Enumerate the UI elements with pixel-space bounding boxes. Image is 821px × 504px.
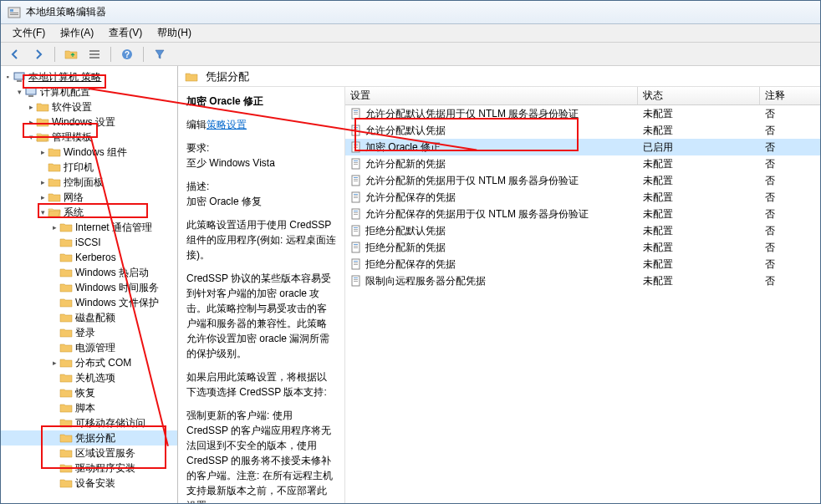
tree-cred-delegation[interactable]: ▸ 凭据分配 <box>1 430 177 445</box>
tree-recovery[interactable]: ▸ 恢复 <box>1 385 177 400</box>
tree-scripts[interactable]: ▸ 脚本 <box>1 400 177 415</box>
expander-icon[interactable]: ▸ <box>38 177 48 187</box>
tree-label: 设备安装 <box>75 476 115 491</box>
tree-disk-quota[interactable]: ▸ 磁盘配额 <box>1 310 177 325</box>
list-row[interactable]: 允许分配保存的凭据 未配置 否 <box>345 189 821 206</box>
menu-help[interactable]: 帮助(H) <box>150 24 198 42</box>
list-row[interactable]: 允许分配默认凭据 未配置 否 <box>345 122 821 139</box>
expander-icon[interactable]: ▾ <box>38 207 48 217</box>
tree-win-hotstart[interactable]: ▸ Windows 热启动 <box>1 265 177 280</box>
back-icon <box>9 48 21 60</box>
tree-control-panel[interactable]: ▸控制面板 <box>1 175 177 190</box>
tree-regional-settings[interactable]: ▸ 区域设置服务 <box>1 445 177 461</box>
cell-setting: 加密 Oracle 修正 <box>345 140 638 155</box>
list-row[interactable]: 允许分配保存的凭据用于仅 NTLM 服务器身份验证 未配置 否 <box>345 206 821 222</box>
tree-network[interactable]: ▸网络 <box>1 190 177 205</box>
tree-dcom[interactable]: ▸ 分布式 COM <box>1 355 177 370</box>
tree-internet-comm[interactable]: ▸ Internet 通信管理 <box>1 220 177 235</box>
folder-icon <box>59 311 73 324</box>
tree-printers[interactable]: ▸打印机 <box>1 160 177 175</box>
svg-rect-18 <box>354 127 358 128</box>
tree-admin-templates[interactable]: ▾管理模板 <box>1 130 177 145</box>
svg-rect-26 <box>354 160 358 161</box>
svg-rect-50 <box>354 261 358 262</box>
back-button[interactable] <box>6 45 24 64</box>
col-header-status[interactable]: 状态 <box>638 87 760 104</box>
toolbar-sep-2 <box>110 47 111 62</box>
expander-icon[interactable]: ▸ <box>38 147 48 157</box>
window-title: 本地组策略编辑器 <box>26 5 106 19</box>
tree-power-mgmt[interactable]: ▸ 电源管理 <box>1 340 177 355</box>
menu-view[interactable]: 查看(V) <box>102 24 149 42</box>
tree-software-settings[interactable]: ▸软件设置 <box>1 99 177 115</box>
tree-pane[interactable]: ▪ 本地计算机 策略 ▾ 计算机配置 ▸软件设置 ▸Windows 设置 <box>1 66 178 504</box>
tree-label: Windows 热启动 <box>75 266 149 280</box>
help-button[interactable]: ? <box>118 45 136 64</box>
expander-icon[interactable]: ▸ <box>26 117 36 127</box>
tree-removable-storage[interactable]: ▸ 可移动存储访问 <box>1 415 177 430</box>
forward-button[interactable] <box>29 45 48 64</box>
tree-shutdown-opts[interactable]: ▸ 关机选项 <box>1 370 177 385</box>
svg-rect-54 <box>354 277 358 278</box>
description-p3: 如果启用此策略设置，将根据以下选项选择 CredSSP 版本支持: <box>186 369 336 400</box>
expander-icon[interactable]: ▾ <box>14 87 24 97</box>
svg-rect-44 <box>354 231 358 232</box>
list-row[interactable]: 拒绝分配保存的凭据 未配置 否 <box>345 256 821 272</box>
list-row[interactable]: 允许分配默认凭据用于仅 NTLM 服务器身份验证 未配置 否 <box>345 105 821 122</box>
expander-icon[interactable]: ▸ <box>38 192 48 202</box>
computer-icon <box>24 85 38 99</box>
folder-icon <box>59 386 73 400</box>
policy-icon <box>350 141 362 153</box>
cell-setting: 拒绝分配默认凭据 <box>345 224 638 238</box>
col-header-setting[interactable]: 设置 <box>345 87 638 104</box>
svg-rect-47 <box>354 246 358 247</box>
tree-windows-settings[interactable]: ▸Windows 设置 <box>1 115 177 130</box>
tree-driver-install[interactable]: ▸ 驱动程序安装 <box>1 461 177 476</box>
tree-label: 管理模板 <box>52 130 92 145</box>
expander-icon[interactable]: ▸ <box>49 358 59 368</box>
col-header-comment[interactable]: 注释 <box>760 87 821 104</box>
tree-logon[interactable]: ▸ 登录 <box>1 325 177 340</box>
expander-icon[interactable]: ▸ <box>49 222 59 232</box>
tree-kerberos[interactable]: ▸ Kerberos <box>1 250 177 265</box>
column-header[interactable]: 设置 状态 注释 <box>345 87 821 105</box>
tree-win-fileprot[interactable]: ▸ Windows 文件保护 <box>1 295 177 310</box>
list-view-button[interactable] <box>85 45 104 64</box>
list-row[interactable]: 拒绝分配默认凭据 未配置 否 <box>345 222 821 239</box>
help-icon: ? <box>121 48 133 60</box>
expander-icon[interactable]: ▪ <box>3 72 13 82</box>
svg-rect-56 <box>354 281 358 282</box>
tree-iscsi[interactable]: ▸ iSCSI <box>1 235 177 250</box>
tree-win-timesvc[interactable]: ▸ Windows 时间服务 <box>1 280 177 295</box>
cell-status: 未配置 <box>638 107 760 121</box>
expander-icon[interactable]: ▾ <box>26 132 36 142</box>
folder-icon <box>59 326 73 339</box>
svg-rect-48 <box>354 247 358 248</box>
svg-rect-32 <box>354 181 358 181</box>
svg-rect-43 <box>354 229 358 230</box>
tree-device-install[interactable]: ▸ 设备安装 <box>1 476 177 491</box>
expander-icon[interactable]: ▸ <box>26 102 36 112</box>
list-row[interactable]: 加密 Oracle 修正 已启用 否 <box>345 139 821 155</box>
up-folder-button[interactable] <box>62 45 80 64</box>
tree-windows-components[interactable]: ▸Windows 组件 <box>1 145 177 160</box>
filter-button[interactable] <box>150 45 169 64</box>
setting-name: 加密 Oracle 修正 <box>365 140 441 155</box>
folder-up-icon <box>64 48 78 60</box>
list-row[interactable]: 允许分配新的凭据 未配置 否 <box>345 155 821 172</box>
tree-computer-config[interactable]: ▾ 计算机配置 <box>1 84 177 99</box>
menu-file[interactable]: 文件(F) <box>6 24 52 42</box>
list-row[interactable]: 限制向远程服务器分配凭据 未配置 否 <box>345 272 821 289</box>
setting-name: 拒绝分配新的凭据 <box>365 241 446 255</box>
edit-policy-link[interactable]: 策略设置 <box>207 119 247 130</box>
folder-icon <box>59 341 73 354</box>
tree-system[interactable]: ▾系统 <box>1 205 177 220</box>
tree-root[interactable]: ▪ 本地计算机 策略 <box>1 69 177 84</box>
tree-label: Kerberos <box>75 252 116 263</box>
policy-icon <box>350 108 362 120</box>
menu-action[interactable]: 操作(A) <box>54 24 100 42</box>
list-row[interactable]: 拒绝分配新的凭据 未配置 否 <box>345 239 821 256</box>
cell-status: 未配置 <box>638 157 760 171</box>
list-row[interactable]: 允许分配新的凭据用于仅 NTLM 服务器身份验证 未配置 否 <box>345 172 821 189</box>
cell-status: 未配置 <box>638 191 760 205</box>
